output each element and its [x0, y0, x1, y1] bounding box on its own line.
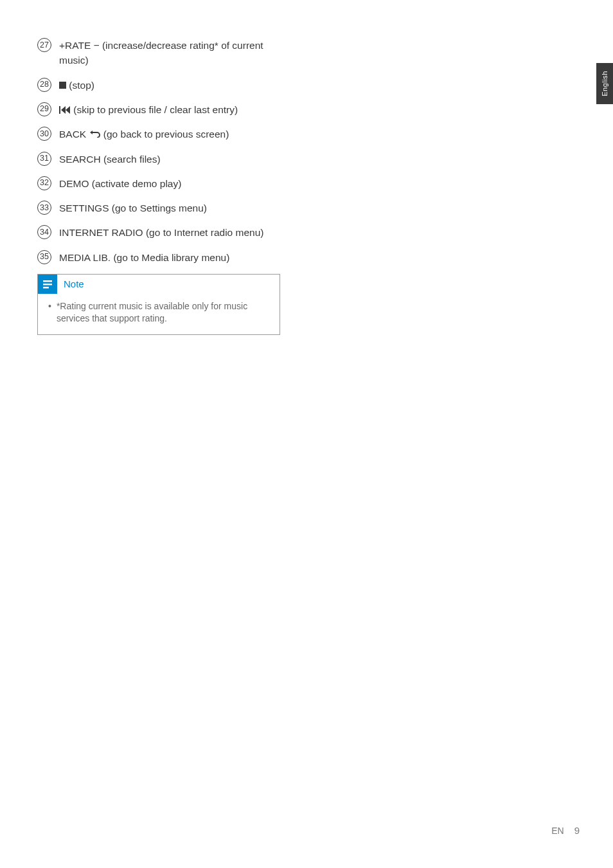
bullet-dot: • — [48, 300, 51, 325]
item-number: 33 — [37, 201, 51, 215]
item-text: MEDIA LIB. (go to Media library menu) — [59, 249, 275, 265]
back-arrow-icon — [89, 127, 101, 141]
item-35: 35 MEDIA LIB. (go to Media library menu) — [37, 249, 275, 265]
svg-rect-3 — [43, 280, 52, 282]
skip-previous-icon — [59, 106, 71, 114]
svg-rect-5 — [43, 287, 49, 289]
svg-rect-4 — [43, 284, 52, 285]
svg-marker-1 — [61, 106, 66, 114]
item-32: 32 DEMO (activate demo play) — [37, 176, 275, 191]
item-text: INTERNET RADIO (go to Internet radio men… — [59, 224, 275, 240]
item-27: 27 +RATE − (increase/decrease rating* of… — [37, 37, 275, 68]
item-text: SEARCH (search files) — [59, 151, 275, 167]
item-34: 34 INTERNET RADIO (go to Internet radio … — [37, 224, 275, 240]
note-title: Note — [64, 278, 84, 289]
item-30: 30 BACK (go back to previous screen) — [37, 126, 275, 142]
note-header: Note — [38, 275, 280, 294]
stop-icon — [59, 82, 66, 89]
item-number: 29 — [37, 102, 51, 116]
item-33: 33 SETTINGS (go to Settings menu) — [37, 200, 275, 215]
item-text: (skip to previous file / clear last entr… — [59, 102, 275, 117]
item-text: (stop) — [59, 77, 275, 93]
page-footer: EN 9 — [551, 825, 580, 836]
footer-page: 9 — [574, 825, 580, 836]
item-number: 30 — [37, 127, 51, 141]
item-number: 31 — [37, 152, 51, 166]
item-29: 29 (skip to previous file / clear last e… — [37, 102, 275, 117]
item-28: 28 (stop) — [37, 77, 275, 93]
note-icon — [38, 275, 57, 294]
item-text: +RATE − (increase/decrease rating* of cu… — [59, 37, 275, 68]
item-text: SETTINGS (go to Settings menu) — [59, 200, 275, 215]
item-number: 35 — [37, 250, 51, 264]
item-number: 28 — [37, 78, 51, 92]
item-list: 27 +RATE − (increase/decrease rating* of… — [37, 37, 275, 335]
footer-lang: EN — [551, 826, 564, 836]
item-number: 34 — [37, 225, 51, 239]
item-text: DEMO (activate demo play) — [59, 176, 275, 191]
note-body: • *Rating current music is available onl… — [38, 294, 280, 334]
svg-rect-0 — [59, 106, 60, 114]
item-number: 32 — [37, 176, 51, 190]
note-box: Note • *Rating current music is availabl… — [37, 274, 280, 335]
item-number: 27 — [37, 38, 51, 52]
item-31: 31 SEARCH (search files) — [37, 151, 275, 167]
svg-marker-2 — [66, 106, 70, 114]
language-tab: English — [596, 63, 613, 104]
note-text: *Rating current music is available only … — [57, 300, 272, 325]
language-tab-text: English — [601, 71, 609, 96]
item-text: BACK (go back to previous screen) — [59, 126, 275, 142]
